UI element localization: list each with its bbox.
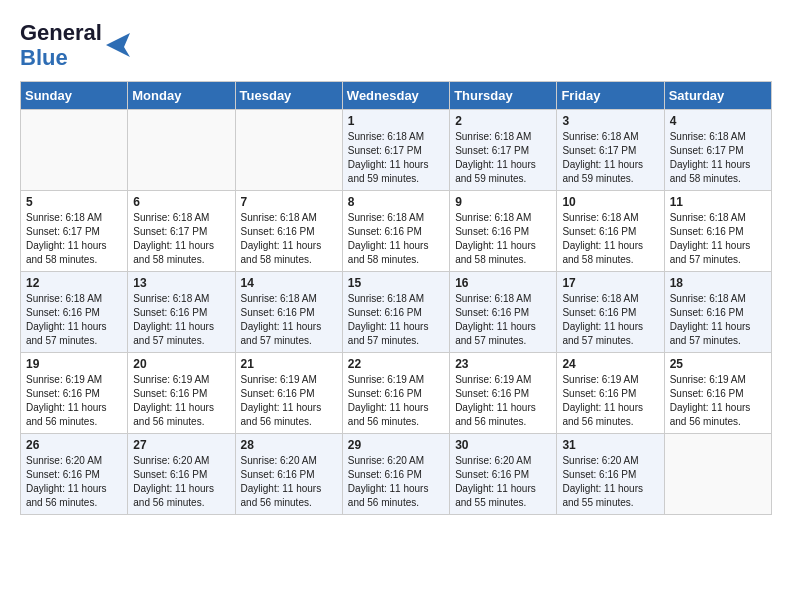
calendar-cell: 16Sunrise: 6:18 AM Sunset: 6:16 PM Dayli… — [450, 271, 557, 352]
day-number: 24 — [562, 357, 658, 371]
calendar-cell: 30Sunrise: 6:20 AM Sunset: 6:16 PM Dayli… — [450, 433, 557, 514]
weekday-header-wednesday: Wednesday — [342, 81, 449, 109]
day-number: 7 — [241, 195, 337, 209]
calendar-week-row: 12Sunrise: 6:18 AM Sunset: 6:16 PM Dayli… — [21, 271, 772, 352]
calendar-week-row: 1Sunrise: 6:18 AM Sunset: 6:17 PM Daylig… — [21, 109, 772, 190]
cell-content: Sunrise: 6:20 AM Sunset: 6:16 PM Dayligh… — [26, 454, 122, 510]
day-number: 1 — [348, 114, 444, 128]
cell-content: Sunrise: 6:18 AM Sunset: 6:17 PM Dayligh… — [455, 130, 551, 186]
calendar-cell: 22Sunrise: 6:19 AM Sunset: 6:16 PM Dayli… — [342, 352, 449, 433]
calendar-cell: 26Sunrise: 6:20 AM Sunset: 6:16 PM Dayli… — [21, 433, 128, 514]
calendar-cell: 24Sunrise: 6:19 AM Sunset: 6:16 PM Dayli… — [557, 352, 664, 433]
day-number: 15 — [348, 276, 444, 290]
cell-content: Sunrise: 6:18 AM Sunset: 6:17 PM Dayligh… — [133, 211, 229, 267]
weekday-header-tuesday: Tuesday — [235, 81, 342, 109]
cell-content: Sunrise: 6:18 AM Sunset: 6:16 PM Dayligh… — [455, 292, 551, 348]
day-number: 17 — [562, 276, 658, 290]
cell-content: Sunrise: 6:20 AM Sunset: 6:16 PM Dayligh… — [455, 454, 551, 510]
day-number: 12 — [26, 276, 122, 290]
cell-content: Sunrise: 6:18 AM Sunset: 6:16 PM Dayligh… — [348, 211, 444, 267]
day-number: 4 — [670, 114, 766, 128]
weekday-header-thursday: Thursday — [450, 81, 557, 109]
cell-content: Sunrise: 6:19 AM Sunset: 6:16 PM Dayligh… — [348, 373, 444, 429]
day-number: 21 — [241, 357, 337, 371]
day-number: 5 — [26, 195, 122, 209]
calendar-week-row: 19Sunrise: 6:19 AM Sunset: 6:16 PM Dayli… — [21, 352, 772, 433]
calendar-cell: 14Sunrise: 6:18 AM Sunset: 6:16 PM Dayli… — [235, 271, 342, 352]
svg-marker-0 — [106, 33, 130, 57]
calendar-cell: 10Sunrise: 6:18 AM Sunset: 6:16 PM Dayli… — [557, 190, 664, 271]
day-number: 3 — [562, 114, 658, 128]
cell-content: Sunrise: 6:18 AM Sunset: 6:16 PM Dayligh… — [562, 211, 658, 267]
calendar-cell: 25Sunrise: 6:19 AM Sunset: 6:16 PM Dayli… — [664, 352, 771, 433]
day-number: 23 — [455, 357, 551, 371]
weekday-header-friday: Friday — [557, 81, 664, 109]
calendar-cell: 12Sunrise: 6:18 AM Sunset: 6:16 PM Dayli… — [21, 271, 128, 352]
cell-content: Sunrise: 6:18 AM Sunset: 6:16 PM Dayligh… — [241, 211, 337, 267]
day-number: 16 — [455, 276, 551, 290]
calendar-cell: 19Sunrise: 6:19 AM Sunset: 6:16 PM Dayli… — [21, 352, 128, 433]
day-number: 22 — [348, 357, 444, 371]
day-number: 28 — [241, 438, 337, 452]
calendar-cell: 28Sunrise: 6:20 AM Sunset: 6:16 PM Dayli… — [235, 433, 342, 514]
calendar-week-row: 5Sunrise: 6:18 AM Sunset: 6:17 PM Daylig… — [21, 190, 772, 271]
calendar-cell — [128, 109, 235, 190]
weekday-header-sunday: Sunday — [21, 81, 128, 109]
cell-content: Sunrise: 6:19 AM Sunset: 6:16 PM Dayligh… — [241, 373, 337, 429]
calendar-cell: 3Sunrise: 6:18 AM Sunset: 6:17 PM Daylig… — [557, 109, 664, 190]
calendar-cell: 1Sunrise: 6:18 AM Sunset: 6:17 PM Daylig… — [342, 109, 449, 190]
cell-content: Sunrise: 6:18 AM Sunset: 6:16 PM Dayligh… — [455, 211, 551, 267]
day-number: 30 — [455, 438, 551, 452]
day-number: 8 — [348, 195, 444, 209]
calendar-cell — [21, 109, 128, 190]
cell-content: Sunrise: 6:18 AM Sunset: 6:17 PM Dayligh… — [348, 130, 444, 186]
calendar-cell — [664, 433, 771, 514]
calendar-cell: 8Sunrise: 6:18 AM Sunset: 6:16 PM Daylig… — [342, 190, 449, 271]
day-number: 18 — [670, 276, 766, 290]
calendar-cell: 18Sunrise: 6:18 AM Sunset: 6:16 PM Dayli… — [664, 271, 771, 352]
cell-content: Sunrise: 6:18 AM Sunset: 6:16 PM Dayligh… — [133, 292, 229, 348]
calendar-cell: 7Sunrise: 6:18 AM Sunset: 6:16 PM Daylig… — [235, 190, 342, 271]
cell-content: Sunrise: 6:19 AM Sunset: 6:16 PM Dayligh… — [670, 373, 766, 429]
cell-content: Sunrise: 6:20 AM Sunset: 6:16 PM Dayligh… — [562, 454, 658, 510]
calendar-table: SundayMondayTuesdayWednesdayThursdayFrid… — [20, 81, 772, 515]
day-number: 27 — [133, 438, 229, 452]
cell-content: Sunrise: 6:19 AM Sunset: 6:16 PM Dayligh… — [562, 373, 658, 429]
cell-content: Sunrise: 6:20 AM Sunset: 6:16 PM Dayligh… — [133, 454, 229, 510]
calendar-cell: 23Sunrise: 6:19 AM Sunset: 6:16 PM Dayli… — [450, 352, 557, 433]
calendar-cell: 4Sunrise: 6:18 AM Sunset: 6:17 PM Daylig… — [664, 109, 771, 190]
calendar-cell: 20Sunrise: 6:19 AM Sunset: 6:16 PM Dayli… — [128, 352, 235, 433]
cell-content: Sunrise: 6:18 AM Sunset: 6:16 PM Dayligh… — [241, 292, 337, 348]
day-number: 20 — [133, 357, 229, 371]
cell-content: Sunrise: 6:19 AM Sunset: 6:16 PM Dayligh… — [455, 373, 551, 429]
day-number: 19 — [26, 357, 122, 371]
cell-content: Sunrise: 6:20 AM Sunset: 6:16 PM Dayligh… — [241, 454, 337, 510]
day-number: 14 — [241, 276, 337, 290]
calendar-cell: 21Sunrise: 6:19 AM Sunset: 6:16 PM Dayli… — [235, 352, 342, 433]
calendar-cell: 2Sunrise: 6:18 AM Sunset: 6:17 PM Daylig… — [450, 109, 557, 190]
day-number: 6 — [133, 195, 229, 209]
day-number: 13 — [133, 276, 229, 290]
calendar-cell: 15Sunrise: 6:18 AM Sunset: 6:16 PM Dayli… — [342, 271, 449, 352]
calendar-cell: 6Sunrise: 6:18 AM Sunset: 6:17 PM Daylig… — [128, 190, 235, 271]
cell-content: Sunrise: 6:18 AM Sunset: 6:16 PM Dayligh… — [670, 211, 766, 267]
cell-content: Sunrise: 6:18 AM Sunset: 6:16 PM Dayligh… — [562, 292, 658, 348]
calendar-cell: 29Sunrise: 6:20 AM Sunset: 6:16 PM Dayli… — [342, 433, 449, 514]
logo: GeneralBlue — [20, 20, 134, 71]
calendar-week-row: 26Sunrise: 6:20 AM Sunset: 6:16 PM Dayli… — [21, 433, 772, 514]
calendar-cell: 9Sunrise: 6:18 AM Sunset: 6:16 PM Daylig… — [450, 190, 557, 271]
cell-content: Sunrise: 6:18 AM Sunset: 6:16 PM Dayligh… — [348, 292, 444, 348]
calendar-cell: 11Sunrise: 6:18 AM Sunset: 6:16 PM Dayli… — [664, 190, 771, 271]
day-number: 25 — [670, 357, 766, 371]
weekday-header-saturday: Saturday — [664, 81, 771, 109]
calendar-cell: 5Sunrise: 6:18 AM Sunset: 6:17 PM Daylig… — [21, 190, 128, 271]
day-number: 26 — [26, 438, 122, 452]
cell-content: Sunrise: 6:18 AM Sunset: 6:17 PM Dayligh… — [26, 211, 122, 267]
cell-content: Sunrise: 6:18 AM Sunset: 6:16 PM Dayligh… — [670, 292, 766, 348]
cell-content: Sunrise: 6:18 AM Sunset: 6:17 PM Dayligh… — [670, 130, 766, 186]
day-number: 2 — [455, 114, 551, 128]
cell-content: Sunrise: 6:18 AM Sunset: 6:16 PM Dayligh… — [26, 292, 122, 348]
weekday-header-monday: Monday — [128, 81, 235, 109]
calendar-cell — [235, 109, 342, 190]
logo-text: GeneralBlue — [20, 20, 134, 71]
